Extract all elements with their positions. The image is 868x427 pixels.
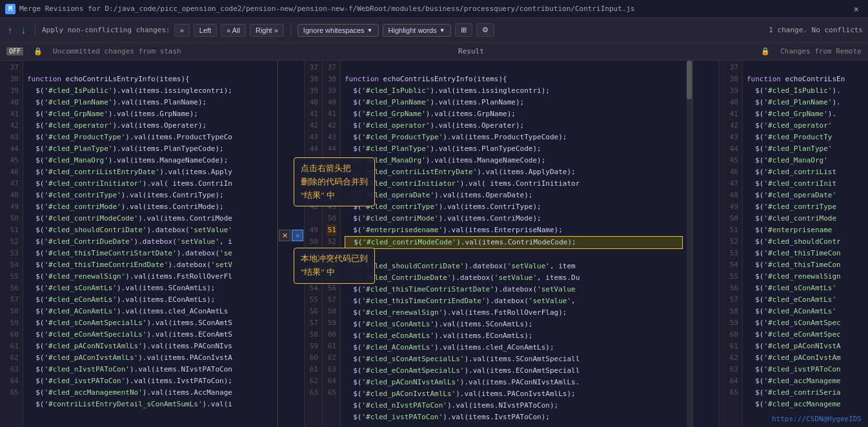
right-panel: 37383940 41424344 45464748 49505152 5354…: [720, 61, 868, 427]
center-scrollbar-thumb[interactable]: [687, 61, 692, 99]
right-line-numbers: 37383940 41424344 45464748 49505152 5354…: [720, 61, 743, 427]
grid-button[interactable]: ⊞: [455, 23, 472, 37]
status-bar: OFF 🔒 Uncommitted changes from stash Res…: [0, 43, 868, 61]
ignore-whitespaces-label: Ignore whitespaces: [303, 26, 365, 34]
apply-all-button[interactable]: « All: [221, 24, 246, 37]
left-line-numbers: 37383940 41424344 45464748 49505152 5354…: [0, 61, 23, 427]
tooltip-2-line2: "结果" 中: [301, 267, 335, 277]
right-code-area[interactable]: 37383940 41424344 45464748 49505152 5354…: [720, 61, 868, 427]
tooltip-1-line1: 点击右箭头把: [301, 163, 351, 173]
highlight-words-button[interactable]: Highlight words ▼: [383, 24, 451, 37]
right-divider: [692, 61, 720, 427]
gear-icon: ⚙: [482, 26, 489, 34]
center-scrollbar[interactable]: [687, 61, 692, 427]
center-right-numbers: 37383940 41424344 45464748 49505152 5354…: [323, 61, 341, 427]
left-panel: 37383940 41424344 45464748 49505152 5354…: [0, 61, 278, 427]
left-code-area[interactable]: 37383940 41424344 45464748 49505152 5354…: [0, 61, 277, 427]
apply-right-button[interactable]: Right »: [250, 24, 284, 37]
grid-icon: ⊞: [461, 26, 467, 34]
center-code-area[interactable]: 37383940 41424344 4546 47 48 4950 515253…: [305, 61, 692, 427]
close-button[interactable]: ×: [850, 3, 863, 15]
tooltip-1-line2: 删除的代码合并到: [301, 177, 368, 186]
apply-double-arrow-button[interactable]: »: [174, 24, 190, 37]
apply-left-button[interactable]: Left: [194, 24, 217, 37]
up-arrow-button[interactable]: ↑: [5, 24, 15, 37]
tooltip-merge-2: 本地冲突代码已到 "结果" 中: [294, 248, 375, 284]
center-status-label: Result: [458, 47, 484, 55]
chevron-down-icon: ▼: [367, 27, 373, 34]
apply-label: Apply non-conflicting changes:: [42, 26, 170, 34]
off-badge: OFF: [6, 47, 23, 55]
tooltip-1-line3: "结果" 中: [301, 190, 335, 200]
toolbar: ↑ ↓ Apply non-conflicting changes: » Lef…: [0, 18, 868, 43]
right-status-label: Changes from Remote: [780, 47, 862, 55]
main-panels: 37383940 41424344 45464748 49505152 5354…: [0, 61, 868, 427]
center-code-content: function echoContriLsEntryInfo(items){ $…: [341, 61, 687, 427]
center-left-numbers: 37383940 41424344 4546 47 48 4950 515253…: [305, 61, 323, 427]
double-arrow-right-icon: »: [180, 26, 184, 34]
close-merge-button[interactable]: ✕: [279, 230, 290, 241]
left-status-label: Uncommitted changes from stash: [53, 47, 181, 55]
conflicts-label: 1 change. No conflicts: [769, 26, 863, 34]
watermark: https://CSDN@HygeeID5: [772, 415, 862, 423]
tooltip-merge-1: 点击右箭头把 删除的代码合并到 "结果" 中: [294, 157, 375, 206]
merge-right-button[interactable]: »: [292, 230, 303, 241]
panel-divider: ✕ »: [278, 61, 305, 427]
title-bar: M Merge Revisions for D:/java_code/picc_…: [0, 0, 868, 18]
right-code-content: function echoContriLsEn $('#cled_IsPubli…: [743, 61, 868, 427]
chevron-down-icon-2: ▼: [439, 27, 445, 34]
highlight-label: Highlight words: [389, 26, 437, 34]
center-panel: 37383940 41424344 4546 47 48 4950 515253…: [305, 61, 692, 427]
settings-button[interactable]: ⚙: [476, 23, 494, 37]
right-lock-icon: 🔒: [761, 47, 770, 55]
separator-2: [290, 24, 291, 37]
down-arrow-button[interactable]: ↓: [19, 24, 28, 37]
left-code-content: function echoContriLsEntryInfo(items){ $…: [23, 61, 277, 427]
separator-1: [35, 24, 35, 37]
title-text: Merge Revisions for D:/java_code/picc_op…: [19, 5, 850, 13]
left-lock-icon: 🔒: [34, 47, 43, 55]
app-icon: M: [5, 4, 15, 14]
tooltip-2-line1: 本地冲突代码已到: [301, 253, 368, 263]
ignore-whitespaces-button[interactable]: Ignore whitespaces ▼: [298, 24, 379, 37]
